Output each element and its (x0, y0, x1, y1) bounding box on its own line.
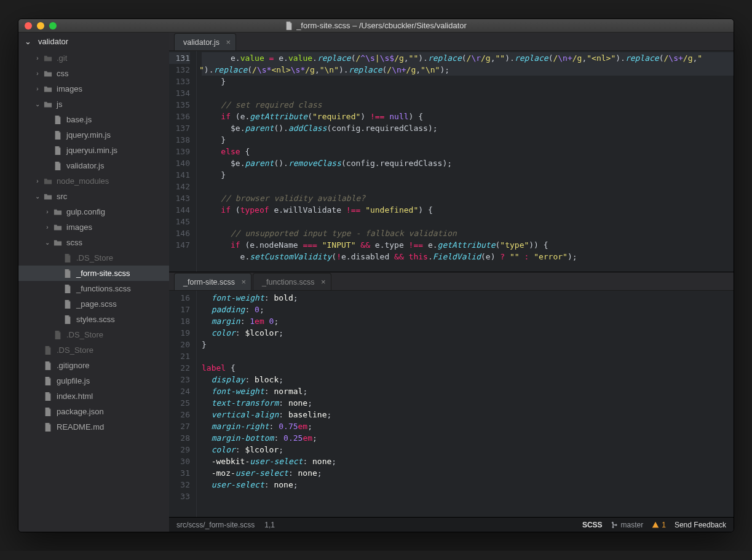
tree-file[interactable]: .DS_Store (18, 250, 169, 266)
editor-tab[interactable]: _form-site.scss× (174, 273, 251, 290)
code-editor-bottom[interactable]: 161718192021222324252627282930313233 fon… (169, 291, 734, 517)
file-icon (63, 285, 73, 293)
chevron-right-icon: › (34, 70, 41, 77)
close-icon[interactable]: × (321, 277, 326, 286)
folder-icon (43, 100, 53, 109)
file-tree: ›.git›css›images⌄jsbase.jsjquery.min.jsj… (18, 50, 169, 435)
app-window: _form-site.scss – /Users/cbuckler/Sites/… (18, 18, 734, 532)
status-file-path[interactable]: src/scss/_form-site.scss (176, 521, 255, 529)
file-icon (43, 423, 53, 432)
warning-icon (652, 521, 659, 529)
tab-bar-top[interactable]: validator.js× (169, 33, 734, 51)
tree-folder[interactable]: ⌄js (18, 97, 169, 112)
window-title-text: _form-site.scss – /Users/cbuckler/Sites/… (296, 21, 467, 30)
tree-folder[interactable]: ⌄scss (18, 235, 169, 250)
tree-file[interactable]: styles.scss (18, 312, 169, 327)
file-icon (63, 300, 73, 309)
tree-file[interactable]: .DS_Store (18, 327, 169, 342)
tree-item-label: .gitignore (57, 361, 89, 370)
file-icon (43, 408, 53, 416)
file-icon (53, 146, 63, 155)
line-gutter[interactable]: 161718192021222324252627282930313233 (169, 291, 197, 517)
tree-item-label: _functions.scss (76, 284, 131, 293)
tree-folder[interactable]: ›gulp.config (18, 204, 169, 219)
tree-file[interactable]: validator.js (18, 158, 169, 173)
tree-item-label: js (57, 100, 62, 109)
tree-folder[interactable]: ›images (18, 81, 169, 97)
code-editor-top[interactable]: 1311321331341351361371381391401411421431… (169, 51, 734, 272)
code-content[interactable]: e.value = e.value.replace(/^\s|\s$/g,"")… (197, 51, 734, 272)
tree-file[interactable]: README.md (18, 419, 169, 435)
status-cursor-position[interactable]: 1,1 (264, 521, 275, 529)
tree-folder[interactable]: ›.git (18, 50, 169, 66)
tree-item-label: src (57, 192, 67, 201)
folder-icon (53, 239, 63, 247)
tree-item-label: _form-site.scss (76, 269, 130, 278)
file-icon (53, 331, 63, 339)
close-icon[interactable]: × (226, 37, 231, 47)
tree-folder[interactable]: ›node_modules (18, 173, 169, 189)
chevron-right-icon: › (34, 55, 41, 61)
tree-file[interactable]: _functions.scss (18, 281, 169, 296)
tree-item-label: jqueryui.min.js (66, 146, 117, 155)
tree-item-label: package.json (57, 407, 104, 416)
tree-item-label: .git (57, 53, 67, 63)
tree-file[interactable]: package.json (18, 404, 169, 419)
editor-pane-top: validator.js× 13113213313413513613713813… (169, 33, 734, 272)
line-gutter[interactable]: 1311321331341351361371381391401411421431… (169, 51, 197, 272)
editor-tab[interactable]: validator.js× (174, 33, 236, 50)
chevron-down-icon: ⌄ (44, 239, 50, 246)
warning-count: 1 (662, 521, 666, 529)
file-icon (63, 269, 73, 278)
file-icon (285, 22, 293, 30)
tree-file[interactable]: jquery.min.js (18, 127, 169, 143)
status-language[interactable]: SCSS (582, 521, 603, 529)
tree-item-label: images (57, 84, 82, 93)
editor-pane-bottom: _form-site.scss×_functions.scss× 1617181… (169, 272, 734, 517)
folder-icon (43, 192, 53, 201)
tree-item-label: node_modules (57, 176, 109, 186)
close-window-button[interactable] (25, 22, 32, 30)
code-content[interactable]: font-weight: bold; padding: 0; margin: 1… (197, 291, 734, 517)
project-name: validator (38, 37, 68, 46)
tree-file[interactable]: gulpfile.js (18, 373, 169, 388)
editor-tab[interactable]: _functions.scss× (253, 273, 331, 290)
tree-folder[interactable]: ⌄src (18, 189, 169, 204)
send-feedback-link[interactable]: Send Feedback (675, 521, 726, 529)
tree-file[interactable]: base.js (18, 112, 169, 127)
status-git-branch[interactable]: master (611, 521, 644, 529)
tree-file[interactable]: _page.scss (18, 296, 169, 312)
zoom-window-button[interactable] (49, 22, 57, 30)
chevron-right-icon: › (44, 208, 50, 215)
status-warnings[interactable]: 1 (652, 521, 666, 529)
tree-folder[interactable]: ›images (18, 219, 169, 235)
status-bar[interactable]: src/scss/_form-site.scss 1,1 SCSS master… (169, 517, 734, 532)
tree-item-label: css (57, 69, 69, 78)
close-icon[interactable]: × (241, 277, 246, 286)
tab-bar-bottom[interactable]: _form-site.scss×_functions.scss× (169, 272, 734, 291)
tree-item-label: gulp.config (66, 207, 105, 216)
tree-file[interactable]: .gitignore (18, 358, 169, 373)
tree-file[interactable]: jqueryui.min.js (18, 143, 169, 158)
tree-item-label: jquery.min.js (66, 130, 111, 140)
minimize-window-button[interactable] (37, 22, 44, 30)
chevron-down-icon: ⌄ (34, 101, 41, 108)
tree-folder[interactable]: ›css (18, 66, 169, 81)
folder-icon (43, 177, 53, 186)
folder-icon (43, 69, 53, 78)
tree-file[interactable]: index.html (18, 388, 169, 404)
file-tree-sidebar[interactable]: ⌄ validator ›.git›css›images⌄jsbase.jsjq… (18, 33, 169, 532)
folder-icon (53, 223, 63, 232)
file-icon (43, 346, 53, 355)
folder-icon (43, 85, 53, 93)
file-icon (53, 131, 63, 140)
project-root[interactable]: ⌄ validator (18, 33, 169, 50)
tree-item-label: .DS_Store (66, 330, 103, 339)
workspace: ⌄ validator ›.git›css›images⌄jsbase.jsjq… (18, 33, 734, 532)
folder-icon (43, 54, 53, 63)
tree-file[interactable]: .DS_Store (18, 342, 169, 358)
tree-file[interactable]: _form-site.scss (18, 266, 169, 281)
tab-label: _form-site.scss (183, 278, 235, 286)
titlebar[interactable]: _form-site.scss – /Users/cbuckler/Sites/… (18, 19, 734, 33)
tree-item-label: validator.js (66, 161, 104, 170)
